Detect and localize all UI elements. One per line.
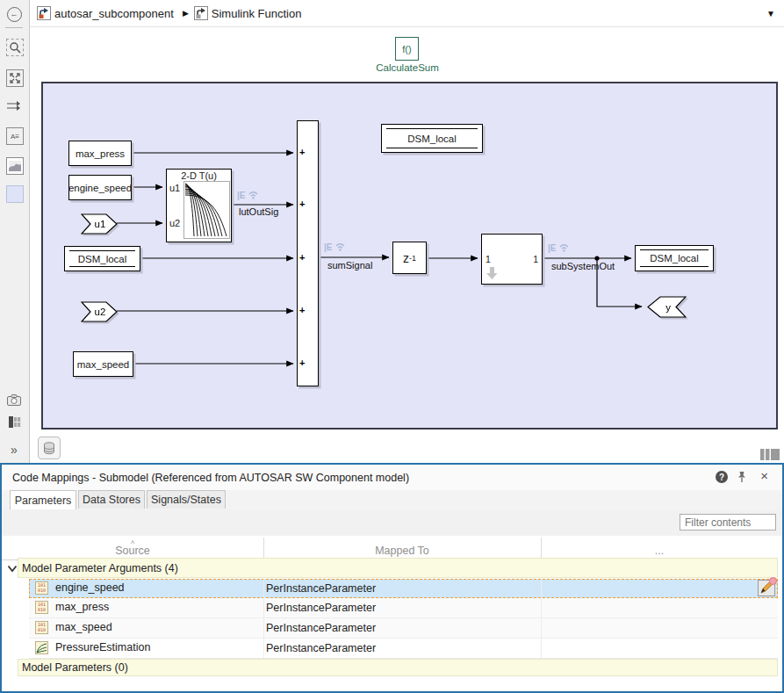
lookup-in1-label: u1	[169, 183, 180, 193]
signal-label-subsystemout[interactable]: subSystemOut	[551, 261, 615, 271]
breadcrumb-model[interactable]: autosar_subcomponent	[54, 7, 174, 20]
block-dsm-write[interactable]: DSM_local	[635, 245, 714, 271]
block-dsm-memory[interactable]: DSM_local	[381, 124, 483, 153]
dsm-bottom-line	[69, 264, 135, 267]
signal-badges: |E	[324, 242, 346, 252]
group-row-model-parameters[interactable]: Model Parameters (0)	[18, 659, 778, 676]
down-arrow-badge-icon	[486, 267, 498, 280]
lookup-in2-label: u2	[169, 218, 180, 228]
image-icon	[9, 161, 21, 171]
signal-label-lutoutsig[interactable]: lutOutSig	[239, 206, 278, 217]
data-store-badge-button[interactable]	[38, 437, 61, 459]
dsm-bottom-line	[386, 146, 478, 148]
port-label: y	[665, 302, 671, 313]
delay-base: z	[403, 251, 409, 265]
subsystem-outport-label: 1	[533, 254, 538, 264]
row-mapped-to[interactable]: PerInstanceParameter	[266, 642, 376, 654]
table-row-max-press[interactable]: 101010 max_press PerInstanceParameter	[29, 598, 778, 618]
row-mapped-to[interactable]: PerInstanceParameter	[266, 602, 376, 614]
tab-parameters[interactable]: Parameters	[10, 490, 76, 509]
block-label: DSM_local	[78, 254, 127, 264]
delay-exponent: -1	[409, 254, 416, 263]
signal-label-sumsignal[interactable]: sumSignal	[327, 260, 372, 271]
filter-input[interactable]	[680, 514, 776, 531]
tab-signals-states[interactable]: Signals/States	[147, 490, 226, 509]
block-label: DSM_local	[650, 253, 699, 263]
toolbar-divider	[5, 27, 23, 28]
signal-routing-icon[interactable]	[6, 98, 22, 114]
chevron-down-icon[interactable]	[7, 565, 18, 573]
back-arrow-icon: ←	[7, 7, 22, 22]
header-mapped-to[interactable]: Mapped To	[263, 536, 541, 559]
dsm-top-line	[640, 249, 708, 252]
model-icon	[37, 6, 51, 20]
panel-layout-widget[interactable]	[760, 449, 780, 460]
column-divider	[541, 538, 542, 558]
block-label: max_press	[76, 148, 125, 159]
block-label: DSM_local	[407, 134, 457, 144]
model-browser-icon[interactable]	[6, 414, 22, 430]
header-label: Source	[115, 546, 150, 556]
breadcrumb-separator-icon: ▶	[183, 9, 189, 18]
simulink-function-trigger-block[interactable]: f()	[395, 37, 419, 61]
block-engine-speed[interactable]: engine_speed	[68, 175, 132, 200]
image-tool-icon[interactable]	[6, 157, 24, 175]
group-label: Model Parameter Arguments (4)	[22, 562, 178, 574]
dsm-top-line	[69, 250, 135, 253]
lookup-icon	[35, 641, 48, 654]
table-row-max-speed[interactable]: 101010 max_speed PerInstanceParameter	[29, 618, 778, 639]
log-flag-icon: |E	[548, 243, 556, 253]
chevrons-icon: »	[11, 443, 18, 457]
row-mapped-to[interactable]: PerInstanceParameter	[266, 622, 376, 634]
tab-label: Parameters	[15, 494, 72, 507]
fit-to-view-icon[interactable]	[6, 69, 24, 87]
close-button[interactable]: ×	[760, 468, 768, 483]
sum-input-plus: +	[299, 252, 305, 263]
table-row-engine-speed[interactable]: 101010 engine_speed PerInstanceParameter	[29, 579, 778, 598]
block-dsm-read[interactable]: DSM_local	[64, 246, 140, 271]
block-subsystem[interactable]: 1 1	[481, 234, 543, 285]
annotation-tool-icon[interactable]: A≡	[6, 127, 24, 145]
row-mapped-to[interactable]: PerInstanceParameter	[266, 582, 376, 595]
parameter-icon: 101010	[35, 621, 48, 634]
inport-u2[interactable]: u2	[81, 301, 118, 322]
edit-row-button[interactable]	[758, 580, 775, 596]
block-lookup-table[interactable]: 2-D T(u) u1 u2	[166, 169, 232, 242]
tab-data-stores[interactable]: Data Stores	[78, 490, 145, 509]
help-button[interactable]: ?	[716, 471, 728, 483]
function-glyph: f()	[402, 44, 411, 54]
back-button[interactable]: ←	[6, 6, 22, 22]
inport-u1[interactable]: u1	[81, 213, 118, 235]
row-source-name: PressureEstimation	[55, 641, 150, 653]
group-row-parameter-arguments[interactable]: Model Parameter Arguments (4)	[18, 558, 778, 578]
pin-button[interactable]	[737, 471, 747, 483]
table-row-pressure-estimation[interactable]: PressureEstimation PerInstanceParameter	[29, 639, 778, 659]
panel-title-bar: Code Mappings - Submodel (Referenced fro…	[2, 465, 782, 490]
question-icon: ?	[719, 473, 724, 482]
row-source-name: max_speed	[55, 621, 112, 633]
block-unit-delay[interactable]: z-1	[392, 242, 427, 274]
header-source[interactable]: ^ Source	[2, 536, 263, 559]
panel-title: Code Mappings - Submodel (Referenced fro…	[12, 472, 409, 484]
header-actions[interactable]: ...	[541, 536, 778, 559]
block-max-speed[interactable]: max_speed	[73, 351, 133, 377]
port-label: u1	[95, 219, 106, 229]
subsystem-inport-label: 1	[486, 254, 491, 264]
breadcrumb: autosar_subcomponent ▶ Simulink Function…	[30, 0, 784, 27]
breadcrumb-function[interactable]: Simulink Function	[212, 7, 302, 20]
area-tool-icon[interactable]	[6, 185, 24, 203]
block-label: max_speed	[77, 359, 129, 370]
outport-y[interactable]: y	[647, 296, 687, 318]
camera-icon	[7, 394, 21, 406]
block-max-press[interactable]: max_press	[68, 141, 132, 166]
sum-input-plus: +	[299, 305, 305, 315]
zoom-region-icon[interactable]	[6, 39, 24, 56]
test-point-icon	[558, 242, 570, 253]
screenshot-icon[interactable]	[6, 392, 22, 408]
filter-row	[2, 509, 782, 536]
show-more-tools-button[interactable]: »	[6, 442, 22, 458]
breadcrumb-dropdown-icon[interactable]: ▼	[766, 9, 775, 18]
function-label: CalculateSum	[358, 62, 457, 73]
signal-badges: |E	[548, 242, 570, 253]
tab-label: Data Stores	[83, 494, 140, 506]
